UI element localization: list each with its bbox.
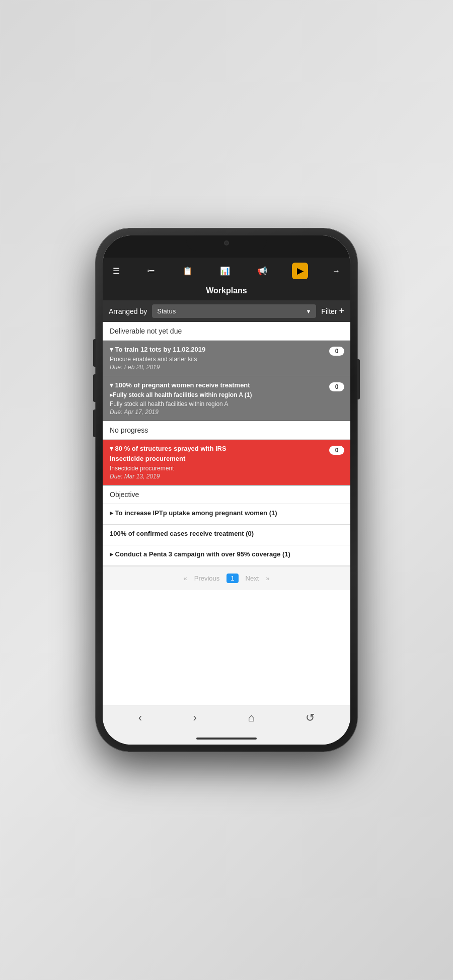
hamburger-icon[interactable]: ☰ [110,264,123,278]
item-due-date: Due: Feb 28, 2019 [110,364,318,371]
list-item[interactable]: ▸ To increase IPTp uptake among pregnant… [103,504,350,525]
forward-button[interactable]: › [193,711,197,724]
item-parent-title: ▾ To train 12 tots by 11.02.2019 [110,346,318,354]
chart-icon[interactable]: 📊 [217,264,233,278]
section-header-no-progress: No progress [103,421,350,440]
filter-button[interactable]: Filter + [321,306,344,316]
item-badge: 0 [329,382,344,391]
prev-arrow: « [183,575,187,582]
list-item-content: 100% of confirmed cases receive treatmen… [110,530,343,540]
list-item[interactable]: ▾ 80 % of structures sprayed with IRS In… [103,440,350,485]
item-title: 100% of confirmed cases receive treatmen… [110,530,318,538]
list-item[interactable]: ▾ To train 12 tots by 11.02.2019 Procure… [103,341,350,376]
filter-bar: Arranged by Status ▼ Filter + [103,300,350,322]
notification-icon[interactable]: 📢 [254,264,270,278]
previous-button[interactable]: Previous [191,574,223,583]
notch [186,235,267,251]
pagination: « Previous 1 Next » [103,566,350,590]
document-icon[interactable]: 📋 [180,264,196,278]
list-item[interactable]: ▾ 100% of pregnant women receive treatme… [103,376,350,421]
list-item-content: ▸ Conduct a Penta 3 campaign with over 9… [110,550,343,560]
camera-notch [224,240,229,246]
list-item-content: ▸ To increase IPTp uptake among pregnant… [110,509,343,519]
presentation-icon[interactable]: ▶ [292,263,308,279]
section-header-objective: Objective [103,485,350,504]
bottom-navigation: ‹ › ⌂ ↺ [103,705,350,734]
list-item[interactable]: ▸ Conduct a Penta 3 campaign with over 9… [103,545,350,566]
phone-frame: ☰ ≔ 📋 📊 📢 ▶ → Workplans [96,228,357,752]
home-indicator-bar [196,738,257,740]
home-indicator-area [103,734,350,745]
filter-label: Filter [321,307,337,315]
list-item-content: ▾ To train 12 tots by 11.02.2019 Procure… [110,346,343,371]
home-button[interactable]: ⌂ [248,711,254,724]
item-due-date: Due: Apr 17, 2019 [110,409,318,416]
status-value: Status [157,307,176,315]
refresh-button[interactable]: ↺ [306,711,315,724]
dropdown-arrow-icon: ▼ [306,308,311,314]
page-title: Workplans [103,286,350,295]
item-title: ▸ To increase IPTp uptake among pregnant… [110,509,318,518]
item-title: Insecticide procurement [110,455,318,463]
status-dropdown[interactable]: Status ▼ [152,304,316,318]
next-button[interactable]: Next [243,574,262,583]
item-badge: 0 [329,446,344,455]
item-subtitle: Insecticide procurement [110,465,318,472]
item-badge: 0 [329,347,344,356]
item-subtitle: Procure enablers and starter kits [110,356,318,363]
top-navigation: ☰ ≔ 📋 📊 📢 ▶ → [103,258,350,284]
title-bar: Workplans [103,284,350,300]
list-icon[interactable]: ≔ [144,264,158,278]
list-item-content: ▾ 100% of pregnant women receive treatme… [110,381,343,416]
back-button[interactable]: ‹ [138,711,142,724]
logout-icon[interactable]: → [329,264,343,278]
item-parent-title: ▾ 80 % of structures sprayed with IRS [110,445,318,453]
filter-plus-icon: + [339,306,344,316]
item-parent-title: ▾ 100% of pregnant women receive treatme… [110,381,318,390]
notch-area [103,235,350,258]
arranged-by-label: Arranged by [109,307,147,315]
item-subtitle: Fully stock all health facilities within… [110,400,318,407]
section-header-not-due: Deliverable not yet due [103,322,350,341]
page-1-button[interactable]: 1 [226,574,238,583]
item-child-title: ▸Fully stock all health facilities withi… [110,391,318,399]
content-area: Deliverable not yet due ▾ To train 12 to… [103,322,350,705]
list-item-content: ▾ 80 % of structures sprayed with IRS In… [110,445,343,480]
phone-screen: ☰ ≔ 📋 📊 📢 ▶ → Workplans [103,235,350,745]
item-due-date: Due: Mar 13, 2019 [110,473,318,480]
next-arrow: » [266,575,269,582]
item-title: ▸ Conduct a Penta 3 campaign with over 9… [110,550,318,559]
list-item[interactable]: 100% of confirmed cases receive treatmen… [103,525,350,545]
